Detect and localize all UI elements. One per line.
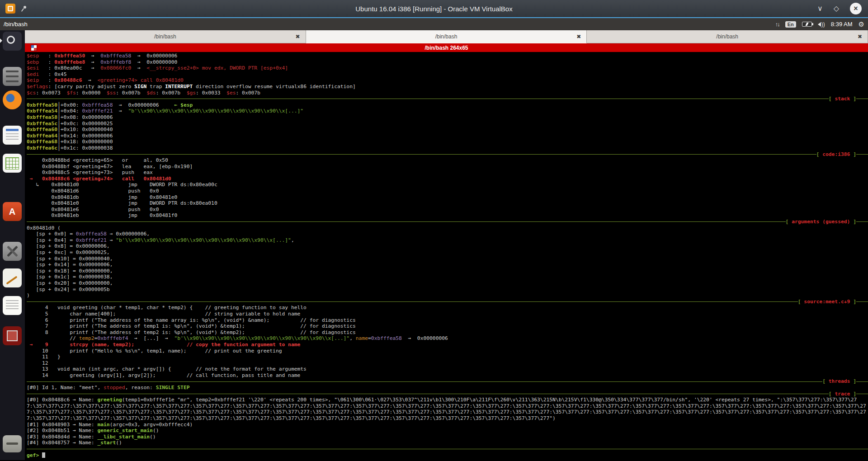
terminal-line: 0xbfffea6c│+0x1c: 0x00000038 bbox=[27, 145, 868, 151]
text-segment: 0xbfffea50 bbox=[27, 102, 57, 108]
text-segment: 0xbfffea68 bbox=[27, 139, 57, 145]
tab-bin-bash-1[interactable]: /bin/bash ✖ bbox=[25, 30, 306, 43]
text-segment: 7 printf ("The address of temp1 is: %p\n… bbox=[27, 323, 356, 329]
section-label: stack bbox=[835, 96, 850, 102]
writer-document-icon[interactable] bbox=[3, 126, 22, 145]
keyboard-layout-indicator[interactable]: En bbox=[785, 21, 796, 28]
terminal-line: 0x80481eb jmp 0x80481f0 bbox=[27, 212, 868, 219]
battery-icon[interactable] bbox=[802, 22, 812, 27]
section-label: source:meet.c+9 bbox=[804, 299, 850, 305]
text-segment: 0xbfffebf4 bbox=[97, 335, 128, 341]
pin-icon[interactable] bbox=[21, 5, 27, 12]
text-segment: → 9 strcpy (name, temp2); // copy the fu… bbox=[27, 342, 300, 348]
network-indicator-icon[interactable]: ↑↓ bbox=[775, 21, 779, 28]
text-segment: → bbox=[82, 77, 97, 83]
text-segment: __libc_start_main bbox=[97, 434, 150, 440]
text-segment: → bbox=[131, 65, 146, 71]
text-segment: [sp + 0x0] = bbox=[27, 231, 76, 237]
text-segment: [sp + 0x4] = bbox=[27, 237, 76, 243]
text-segment: 0xbfffea58 bbox=[82, 102, 113, 108]
restore-icon[interactable]: ◇ bbox=[834, 5, 839, 12]
close-icon[interactable]: × bbox=[850, 3, 862, 14]
volume-icon[interactable]: )) bbox=[818, 21, 825, 28]
firefox-icon[interactable] bbox=[3, 90, 22, 109]
text-segment: → bbox=[113, 102, 128, 108]
libreoffice-icon[interactable]: A bbox=[3, 202, 22, 221]
drawer-icon[interactable] bbox=[3, 435, 22, 452]
text-segment: <__strcpy_sse2+0> mov edx, DWORD PTR [es… bbox=[146, 65, 288, 71]
terminal-line: 12 bbox=[27, 360, 868, 367]
text-segment: │+0x18: 0x00000000 bbox=[57, 139, 113, 145]
text-segment: (temp1=0xbfffef1e "mr", temp2=0xbfffef21… bbox=[122, 397, 780, 403]
terminal-line: [sp + 0x1c] = 0x00000038, bbox=[27, 274, 868, 280]
clock[interactable]: 8:39 AM bbox=[831, 21, 853, 28]
text-segment: main bbox=[97, 422, 109, 428]
text-segment: 0xbfffef21 bbox=[76, 237, 107, 243]
text-segment: 0xbfffea58 bbox=[27, 114, 57, 120]
text-segment: <greeting+74> call 0x80481d0 bbox=[97, 77, 183, 83]
tab-close-icon[interactable]: ✖ bbox=[296, 33, 300, 40]
terminal-line: 0x80481e0 jmp DWORD PTR ds:0x80ea010 bbox=[27, 200, 868, 207]
dash-launcher-icon[interactable] bbox=[3, 32, 22, 51]
tab-bin-bash-2[interactable]: /bin/bash ✖ bbox=[306, 30, 587, 43]
desktop-area: A /bin/bash ✖ /bin/bash ✖ /bin/bash ✖ /b… bbox=[0, 30, 868, 460]
text-segment: → bbox=[131, 53, 146, 59]
terminal-tabbar: /bin/bash ✖ /bin/bash ✖ /bin/bash ✖ bbox=[25, 30, 868, 43]
terminal-window-titlebar[interactable]: /bin/bash 264x65 bbox=[25, 43, 868, 52]
text-segment: 0x80481db jmp 0x80481e0 bbox=[27, 194, 177, 200]
text-segment: 0xbfffea54 bbox=[27, 108, 57, 114]
terminal-line: $cs: 0x0073 $fs: 0x0000 $ss: 0x007b $ds:… bbox=[27, 90, 868, 96]
text-segment: 0xbfffea58 bbox=[100, 53, 131, 59]
text-segment: [sp + 0x8] = 0x00000006, bbox=[27, 243, 110, 249]
text-editor-icon[interactable] bbox=[3, 296, 22, 315]
terminal-line: [#0] 0x80488c6 → Name: greeting(temp1=0x… bbox=[27, 397, 868, 421]
text-segment: 0xbfffebe8 bbox=[54, 59, 85, 65]
text-segment: : 0x007b bbox=[156, 90, 187, 96]
terminal-line: [#0] Id 1, Name: "meet", stopped, reason… bbox=[27, 385, 868, 391]
terminal-line: [#3] 0x8048d4d → Name: __libc_start_main… bbox=[27, 434, 868, 440]
terminal-line: 0x80488bd <greeting+65> or al, 0x50 bbox=[27, 157, 868, 164]
terminal-line: 6 printf ("The address of the name array… bbox=[27, 317, 868, 324]
terminal-line: [#1] 0x8048903 → Name: main(argc=0x3, ar… bbox=[27, 422, 868, 428]
file-manager-icon[interactable] bbox=[3, 67, 22, 86]
section-separator: [ threads ] bbox=[27, 378, 868, 385]
text-segment: $gs bbox=[187, 90, 196, 96]
text-segment: [sp + 0x20] = 0x00000000, bbox=[27, 280, 113, 286]
text-segment: INTERRUPT bbox=[165, 84, 193, 89]
chevron-down-icon[interactable]: ∨ bbox=[817, 5, 823, 12]
text-segment: → bbox=[85, 59, 100, 65]
section-separator: [ stack ] bbox=[27, 96, 868, 102]
text-segment: _start bbox=[97, 440, 116, 446]
terminal-line: [#4] 0x8048757 → Name: _start() bbox=[27, 440, 868, 446]
calc-spreadsheet-icon[interactable] bbox=[3, 154, 22, 173]
text-segment: : 0x0033 bbox=[196, 90, 226, 96]
session-gear-icon[interactable]: ⚙ bbox=[859, 20, 864, 28]
text-segment: gef> bbox=[27, 452, 42, 458]
text-segment: → 0x00000006 bbox=[402, 335, 448, 341]
terminal-line: $esp : 0xbfffea50 → 0xbfffea58 → 0x00000… bbox=[27, 53, 868, 59]
section-label: arguments (guessed) bbox=[792, 219, 850, 225]
tab-close-icon[interactable]: ✖ bbox=[576, 33, 581, 40]
terminal-body[interactable]: $esp : 0xbfffea50 → 0xbfffea58 → 0x00000… bbox=[25, 52, 868, 460]
text-segment: 0x45 bbox=[54, 71, 66, 77]
text-segment: [#3] 0x8048d4d → Name: bbox=[27, 434, 97, 440]
tab-close-icon[interactable]: ✖ bbox=[858, 33, 862, 40]
tab-bin-bash-3[interactable]: /bin/bash ✖ bbox=[587, 30, 868, 43]
tools-icon[interactable] bbox=[3, 242, 22, 261]
text-segment: : 0x0000 bbox=[76, 90, 107, 96]
terminal-line: [sp + 0x24] = 0x0000005b bbox=[27, 287, 868, 293]
text-segment: $esp bbox=[27, 53, 39, 59]
text-segment: → 0x80488c6 <greeting+74> call 0x80481d0 bbox=[27, 176, 171, 182]
text-segment: │+0x14: 0x00000006 bbox=[57, 133, 113, 139]
text-segment: direction overflow resume virtualx86 ide… bbox=[193, 84, 355, 89]
terminal-line: [sp + 0x4] = 0xbfffef21 → "b'\\x90\\x90\… bbox=[27, 237, 868, 244]
text-segment: 0x00000006 bbox=[128, 102, 159, 108]
media-player-icon[interactable] bbox=[3, 326, 22, 345]
text-segment: $ss bbox=[107, 90, 116, 96]
virtualbox-titlebar: Ubuntu 16.04 i386 [Running] - Oracle VM … bbox=[0, 0, 868, 18]
notes-icon[interactable] bbox=[3, 268, 22, 287]
text-segment: [sp + 0xc] = 0x00000025, bbox=[27, 249, 110, 255]
tab-label: /bin/bash bbox=[716, 33, 738, 40]
text-segment: 0x80481d6 push 0x0 bbox=[27, 188, 159, 194]
text-segment: $ebp bbox=[27, 59, 39, 65]
